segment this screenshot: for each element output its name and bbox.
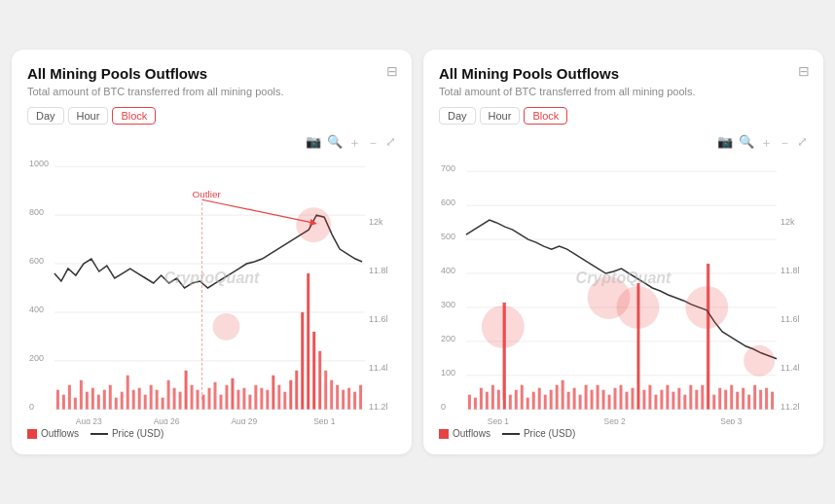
svg-rect-111 <box>509 395 512 410</box>
tab-left-block[interactable]: Block <box>112 107 156 125</box>
svg-rect-73 <box>353 392 356 410</box>
svg-rect-112 <box>515 390 518 410</box>
svg-point-77 <box>296 207 331 242</box>
svg-line-75 <box>202 199 314 223</box>
minus-icon-r[interactable]: － <box>779 134 791 152</box>
expand-icon[interactable]: ⤢ <box>385 134 396 152</box>
svg-text:800: 800 <box>29 207 44 217</box>
svg-text:500: 500 <box>441 232 455 241</box>
svg-text:11.2l: 11.2l <box>369 402 387 412</box>
svg-rect-124 <box>585 385 588 410</box>
card-left: ⊟ All Mining Pools Outflows Total amount… <box>12 50 412 454</box>
svg-rect-72 <box>347 388 350 410</box>
svg-rect-54 <box>242 388 245 410</box>
svg-rect-152 <box>747 395 750 410</box>
svg-rect-53 <box>236 390 239 410</box>
camera-icon-r[interactable]: 📷 <box>717 134 733 152</box>
svg-rect-64 <box>301 312 304 410</box>
svg-rect-41 <box>167 380 170 410</box>
svg-rect-74 <box>359 385 362 410</box>
svg-text:Aug 26: Aug 26 <box>154 416 180 424</box>
camera-icon[interactable]: 📷 <box>306 134 321 152</box>
outflows-legend-box-left <box>27 429 37 439</box>
svg-rect-45 <box>191 385 194 410</box>
svg-rect-126 <box>597 385 599 410</box>
svg-rect-48 <box>208 388 211 410</box>
chart-left: 📷 🔍 ＋ － ⤢ CryptoQuant 0 200 400 600 800 … <box>27 132 396 424</box>
svg-rect-139 <box>672 392 674 410</box>
svg-rect-129 <box>614 388 617 410</box>
svg-rect-24 <box>68 385 71 410</box>
tab-left-hour[interactable]: Hour <box>68 107 109 125</box>
svg-rect-120 <box>562 380 564 410</box>
tab-left-day[interactable]: Day <box>27 107 64 125</box>
svg-rect-43 <box>179 392 182 410</box>
svg-rect-151 <box>742 388 744 410</box>
svg-rect-49 <box>213 382 216 410</box>
svg-text:0: 0 <box>29 402 34 412</box>
svg-rect-34 <box>127 376 129 410</box>
svg-text:Sep 2: Sep 2 <box>604 416 626 424</box>
svg-text:600: 600 <box>29 256 44 266</box>
svg-text:Sep 1: Sep 1 <box>313 416 335 424</box>
svg-rect-32 <box>115 398 118 410</box>
time-tabs-right: Day Hour Block <box>439 107 808 125</box>
minus-icon[interactable]: － <box>367 134 380 152</box>
svg-rect-149 <box>730 385 733 410</box>
svg-rect-119 <box>556 385 559 410</box>
svg-rect-36 <box>138 388 141 410</box>
zoom-icon[interactable]: 🔍 <box>327 134 343 152</box>
tab-right-block[interactable]: Block <box>524 107 567 125</box>
svg-rect-115 <box>532 392 535 410</box>
svg-rect-147 <box>718 388 721 410</box>
svg-rect-146 <box>712 395 715 410</box>
svg-point-164 <box>744 345 775 377</box>
svg-rect-117 <box>544 395 547 410</box>
svg-rect-137 <box>660 390 663 410</box>
outflows-legend-box-right <box>439 429 449 439</box>
svg-rect-65 <box>307 273 309 410</box>
svg-text:200: 200 <box>29 353 44 363</box>
svg-rect-143 <box>695 390 698 410</box>
main-container: ⊟ All Mining Pools Outflows Total amount… <box>0 38 835 466</box>
svg-rect-134 <box>642 390 645 410</box>
svg-rect-122 <box>573 388 576 410</box>
svg-rect-154 <box>759 390 762 410</box>
export-icon-left[interactable]: ⊟ <box>386 63 398 79</box>
svg-text:11.2l: 11.2l <box>781 402 799 412</box>
chart-toolbar-left: 📷 🔍 ＋ － ⤢ <box>306 134 396 152</box>
export-icon-right[interactable]: ⊟ <box>798 63 810 79</box>
svg-text:400: 400 <box>441 266 455 275</box>
svg-text:11.6l: 11.6l <box>369 314 387 324</box>
zoom-icon-r[interactable]: 🔍 <box>739 134 754 152</box>
svg-rect-109 <box>497 390 500 410</box>
expand-icon-r[interactable]: ⤢ <box>797 134 808 152</box>
svg-text:Sep 3: Sep 3 <box>720 416 742 424</box>
svg-rect-142 <box>689 385 692 410</box>
svg-rect-38 <box>150 385 153 410</box>
svg-text:200: 200 <box>441 334 455 343</box>
card-left-title: All Mining Pools Outflows <box>27 65 396 82</box>
svg-text:700: 700 <box>441 163 455 173</box>
svg-rect-70 <box>336 385 339 410</box>
svg-rect-30 <box>103 390 106 410</box>
svg-rect-121 <box>567 392 570 410</box>
plus-icon[interactable]: ＋ <box>348 134 361 152</box>
legend-left: Outflows Price (USD) <box>27 428 396 439</box>
svg-text:Aug 23: Aug 23 <box>76 416 102 424</box>
svg-rect-51 <box>225 385 228 410</box>
tab-right-hour[interactable]: Hour <box>480 107 521 125</box>
svg-text:400: 400 <box>29 305 44 314</box>
svg-rect-150 <box>736 392 739 410</box>
tab-right-day[interactable]: Day <box>439 107 476 125</box>
svg-rect-26 <box>80 380 83 410</box>
svg-rect-127 <box>602 390 605 410</box>
svg-rect-104 <box>468 395 471 410</box>
svg-text:11.6l: 11.6l <box>781 314 799 324</box>
svg-text:1000: 1000 <box>29 159 49 168</box>
svg-rect-131 <box>625 392 628 410</box>
plus-icon-r[interactable]: ＋ <box>760 134 773 152</box>
svg-rect-118 <box>550 390 553 410</box>
svg-rect-37 <box>144 395 147 410</box>
price-legend-label-left: Price (USD) <box>112 428 163 439</box>
